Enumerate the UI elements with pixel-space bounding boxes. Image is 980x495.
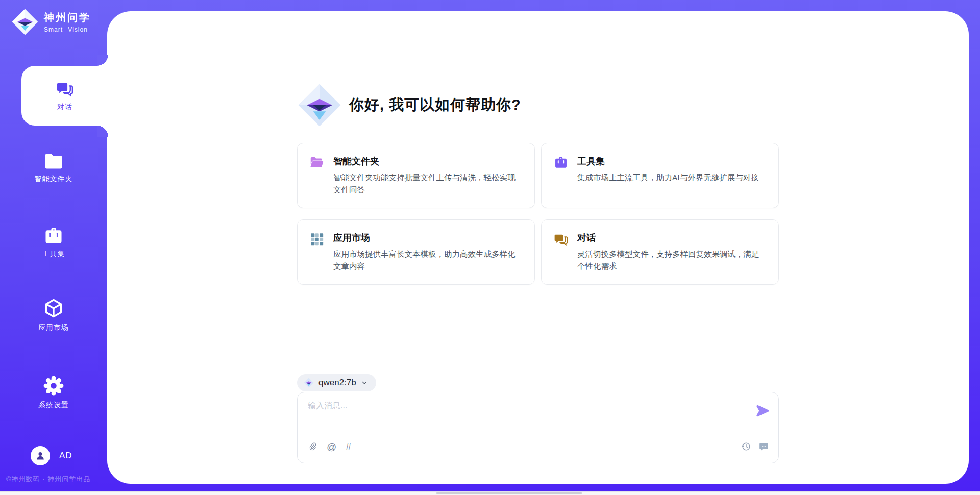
history-clock-icon <box>741 441 751 452</box>
history-button[interactable] <box>741 441 751 452</box>
avatar[interactable] <box>31 446 50 465</box>
card-description: 灵活切换多模型文件，支持多样回复效果调试，满足个性化需求 <box>577 248 765 273</box>
composer-area: qwen2:7b <box>297 374 779 463</box>
sidebar-item-label: 对话 <box>57 103 72 112</box>
gem-logo-icon <box>11 8 39 36</box>
message-panel-button[interactable] <box>758 441 769 452</box>
feature-cards: 智能文件夹 智能文件夹功能支持批量文件上传与清洗，轻松实现文件问答 工具集 集成… <box>297 143 779 285</box>
gear-icon <box>43 375 64 397</box>
briefcase-icon <box>43 226 64 245</box>
sidebar-item-label: 工具集 <box>0 250 107 259</box>
card-title: 工具集 <box>577 155 759 167</box>
card-description: 集成市场上主流工具，助力AI与外界无缝扩展与对接 <box>577 171 759 184</box>
card-description: 应用市场提供丰富长文本模板，助力高效生成多样化文章内容 <box>333 248 521 273</box>
composer-right-tools <box>741 441 769 452</box>
grid-icon <box>310 232 324 246</box>
sidebar-item-label: 应用市场 <box>0 323 107 332</box>
cube-icon <box>43 298 64 319</box>
sidebar-item-label: 系统设置 <box>0 401 107 410</box>
message-square-icon <box>758 441 769 452</box>
topic-button[interactable]: # <box>346 442 351 452</box>
greeting: 你好, 我可以如何帮助你? <box>297 83 779 128</box>
message-composer: @ # <box>297 392 779 463</box>
card-app-market[interactable]: 应用市场 应用市场提供丰富长文本模板，助力高效生成多样化文章内容 <box>297 219 535 285</box>
send-icon <box>755 404 770 418</box>
chat-bubbles-icon <box>56 80 74 97</box>
hash-icon: # <box>346 442 351 452</box>
brand-subtitle: Smart Vision <box>44 26 91 33</box>
sidebar-item-toolset[interactable]: 工具集 <box>0 226 107 259</box>
chevron-down-icon <box>361 379 368 386</box>
greeting-title: 你好, 我可以如何帮助你? <box>349 95 521 115</box>
folder-icon <box>43 152 64 170</box>
card-title: 智能文件夹 <box>333 155 521 167</box>
mention-button[interactable]: @ <box>327 442 336 452</box>
card-chat[interactable]: 对话 灵活切换多模型文件，支持多样回复效果调试，满足个性化需求 <box>541 219 779 285</box>
card-title: 对话 <box>577 232 765 244</box>
sidebar-item-settings[interactable]: 系统设置 <box>0 375 107 410</box>
sidebar-item-smart-folder[interactable]: 智能文件夹 <box>0 152 107 184</box>
sidebar-item-app-market[interactable]: 应用市场 <box>0 298 107 332</box>
model-selector[interactable]: qwen2:7b <box>297 374 376 391</box>
composer-toolbar: @ # <box>308 435 769 458</box>
sidebar-footer-text: ©神州数码 · 神州问学出品 <box>6 475 90 484</box>
attach-button[interactable] <box>308 441 317 452</box>
chat-bubbles-icon <box>554 232 568 246</box>
paperclip-icon <box>308 441 317 452</box>
brand-logo: 神州问学 Smart Vision <box>11 8 91 36</box>
person-icon <box>34 450 46 462</box>
folder-icon <box>310 156 324 169</box>
brand-name: 神州问学 <box>44 11 91 24</box>
at-icon: @ <box>327 442 336 452</box>
model-name: qwen2:7b <box>318 378 356 388</box>
main-content: 你好, 我可以如何帮助你? 智能文件夹 智能文件夹功能支持批量文件上传与清洗，轻… <box>107 11 969 484</box>
sidebar-item-chat[interactable]: 对话 <box>21 66 108 126</box>
card-toolset[interactable]: 工具集 集成市场上主流工具，助力AI与外界无缝扩展与对接 <box>541 143 779 208</box>
gem-greeting-icon <box>297 83 342 128</box>
card-description: 智能文件夹功能支持批量文件上传与清洗，轻松实现文件问答 <box>333 171 521 196</box>
gem-model-icon <box>304 378 314 388</box>
card-title: 应用市场 <box>333 232 521 244</box>
card-smart-folder[interactable]: 智能文件夹 智能文件夹功能支持批量文件上传与清洗，轻松实现文件问答 <box>297 143 535 208</box>
horizontal-scrollbar[interactable] <box>0 491 980 495</box>
composer-left-tools: @ # <box>308 441 351 452</box>
user-label: AD <box>59 451 72 461</box>
user-menu[interactable]: AD <box>31 446 72 465</box>
message-input[interactable] <box>308 401 741 435</box>
send-button[interactable] <box>755 404 770 419</box>
scrollbar-thumb[interactable] <box>436 492 582 494</box>
briefcase-icon <box>554 156 568 169</box>
sidebar-item-label: 智能文件夹 <box>0 175 107 184</box>
